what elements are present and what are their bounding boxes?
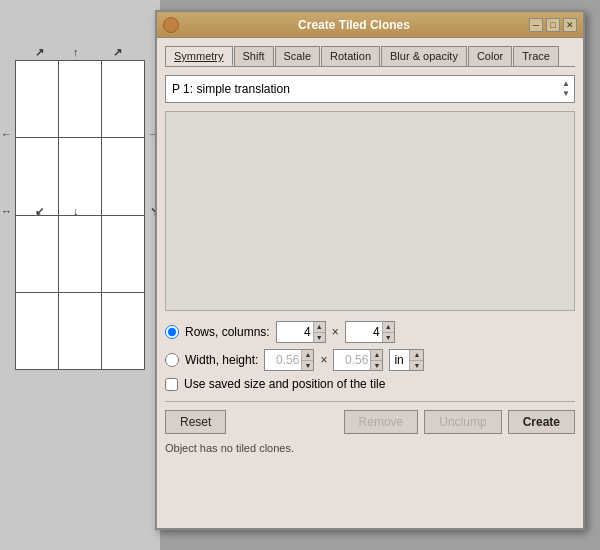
grid-container: ↗ ↑ ↗ ← ↔ → ↙ ↓ ↘ — [15, 60, 145, 370]
height-input[interactable] — [334, 350, 370, 370]
width-input[interactable] — [265, 350, 301, 370]
rows-spinbox: ▲ ▼ — [276, 321, 326, 343]
grid-cell — [102, 292, 145, 369]
unit-down-button[interactable]: ▼ — [410, 361, 423, 371]
width-spinbox: ▲ ▼ — [264, 349, 314, 371]
reset-button[interactable]: Reset — [165, 410, 226, 434]
tab-trace[interactable]: Trace — [513, 46, 559, 66]
cols-up-button[interactable]: ▲ — [383, 322, 394, 333]
tab-symmetry[interactable]: Symmetry — [165, 46, 233, 66]
tab-scale[interactable]: Scale — [275, 46, 321, 66]
grid-cell — [102, 61, 145, 138]
symmetry-content-area — [165, 111, 575, 311]
action-buttons: Reset Remove Unclump Create — [165, 410, 575, 434]
arrow-up-left: ↗ — [35, 46, 44, 59]
remove-button[interactable]: Remove — [344, 410, 419, 434]
width-height-label: Width, height: — [185, 353, 258, 367]
width-down-button[interactable]: ▼ — [302, 361, 313, 371]
cols-spinbox: ▲ ▼ — [345, 321, 395, 343]
rows-cols-separator: × — [332, 325, 339, 339]
grid-cell — [102, 215, 145, 292]
grid-cell — [59, 61, 102, 138]
arrow-up-right: ↗ — [113, 46, 122, 59]
dialog-titlebar: Create Tiled Clones ─ □ ✕ — [157, 12, 583, 38]
saved-size-row: Use saved size and position of the tile — [165, 377, 575, 391]
create-button[interactable]: Create — [508, 410, 575, 434]
status-text: Object has no tiled clones. — [165, 442, 575, 454]
tab-bar: Symmetry Shift Scale Rotation Blur & opa… — [165, 46, 575, 67]
arrow-mid-center: ↓ — [73, 205, 79, 217]
titlebar-controls: ─ □ ✕ — [529, 18, 577, 32]
rows-spinbox-buttons: ▲ ▼ — [313, 322, 325, 342]
arrow-up-center: ↑ — [73, 46, 79, 58]
grid-cell — [16, 215, 59, 292]
maximize-button[interactable]: □ — [546, 18, 560, 32]
grid-cell — [102, 138, 145, 215]
width-height-radio[interactable] — [165, 353, 179, 367]
height-spinbox-buttons: ▲ ▼ — [370, 350, 382, 370]
grid-cell — [59, 138, 102, 215]
canvas-area: ↗ ↑ ↗ ← ↔ → ↙ ↓ ↘ — [0, 0, 160, 550]
grid-cell — [16, 138, 59, 215]
width-height-row: Width, height: ▲ ▼ × ▲ ▼ in ▲ — [165, 349, 575, 371]
symmetry-dropdown[interactable]: P 1: simple translation ▲ ▼ — [165, 75, 575, 103]
dialog-title: Create Tiled Clones — [179, 18, 529, 32]
rows-cols-label: Rows, columns: — [185, 325, 270, 339]
grid-cell — [16, 61, 59, 138]
saved-size-label: Use saved size and position of the tile — [184, 377, 385, 391]
rows-up-button[interactable]: ▲ — [314, 322, 325, 333]
unclump-button[interactable]: Unclump — [424, 410, 501, 434]
width-spinbox-buttons: ▲ ▼ — [301, 350, 313, 370]
rows-down-button[interactable]: ▼ — [314, 333, 325, 343]
cols-down-button[interactable]: ▼ — [383, 333, 394, 343]
minimize-button[interactable]: ─ — [529, 18, 543, 32]
height-down-button[interactable]: ▼ — [371, 361, 382, 371]
close-button[interactable]: ✕ — [563, 18, 577, 32]
grid-cell — [59, 215, 102, 292]
height-spinbox: ▲ ▼ — [333, 349, 383, 371]
grid-cell — [59, 292, 102, 369]
arrow-left2: ↔ — [1, 205, 12, 217]
cols-spinbox-buttons: ▲ ▼ — [382, 322, 394, 342]
unit-buttons: ▲ ▼ — [409, 350, 423, 370]
arrow-left: ← — [1, 128, 12, 140]
unit-value: in — [390, 353, 403, 367]
dropdown-value: P 1: simple translation — [172, 82, 290, 96]
tab-shift[interactable]: Shift — [234, 46, 274, 66]
dialog-window: Create Tiled Clones ─ □ ✕ Symmetry Shift… — [155, 10, 585, 530]
rows-input[interactable] — [277, 322, 313, 342]
tab-blur-opacity[interactable]: Blur & opacity — [381, 46, 467, 66]
grid-cell — [16, 292, 59, 369]
width-up-button[interactable]: ▲ — [302, 350, 313, 361]
dialog-icon — [163, 17, 179, 33]
arrow-mid-left: ↙ — [35, 205, 44, 218]
dropdown-arrow-icon: ▲ ▼ — [562, 80, 570, 98]
tab-rotation[interactable]: Rotation — [321, 46, 380, 66]
saved-size-checkbox[interactable] — [165, 378, 178, 391]
rows-cols-row: Rows, columns: ▲ ▼ × ▲ ▼ — [165, 321, 575, 343]
unit-up-button[interactable]: ▲ — [410, 350, 423, 361]
cols-input[interactable] — [346, 322, 382, 342]
unit-selector[interactable]: in ▲ ▼ — [389, 349, 424, 371]
dialog-content: Symmetry Shift Scale Rotation Blur & opa… — [157, 38, 583, 462]
button-separator — [165, 401, 575, 402]
symmetry-dropdown-container: P 1: simple translation ▲ ▼ — [165, 75, 575, 103]
tab-color[interactable]: Color — [468, 46, 512, 66]
rows-cols-radio[interactable] — [165, 325, 179, 339]
height-up-button[interactable]: ▲ — [371, 350, 382, 361]
width-height-separator: × — [320, 353, 327, 367]
